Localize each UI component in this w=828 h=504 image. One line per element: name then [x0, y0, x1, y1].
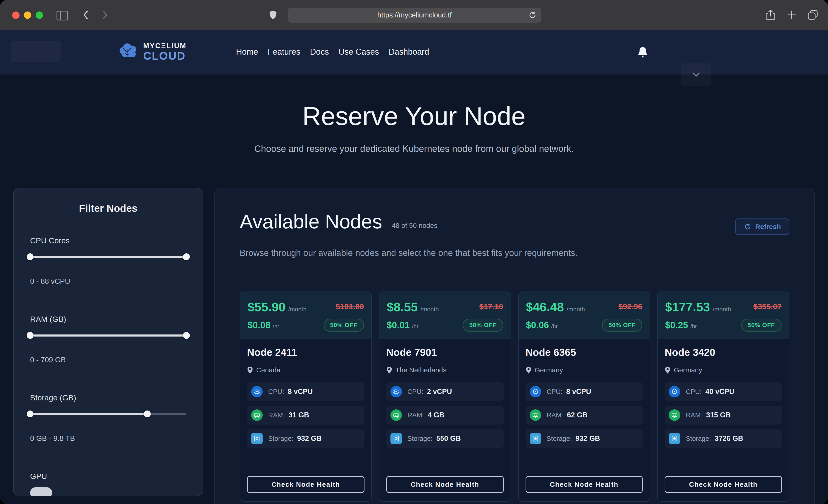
slider-handle-min[interactable]: [27, 253, 34, 260]
spec-list: CPU: 2 vCPU RAM: 4 GB Storage: 550 GB: [386, 382, 504, 453]
nav-link-dashboard[interactable]: Dashboard: [388, 47, 429, 57]
shield-icon[interactable]: [266, 0, 280, 30]
refresh-icon: [744, 223, 751, 230]
spec-row-storage: Storage: 3726 GB: [665, 429, 782, 448]
check-node-health-button[interactable]: Check Node Health: [665, 476, 782, 493]
ram-label: RAM:: [408, 411, 424, 419]
user-menu-chevron[interactable]: [681, 63, 711, 86]
slider-handle-min[interactable]: [27, 332, 34, 339]
gpu-toggle[interactable]: [30, 487, 52, 496]
address-bar[interactable]: https://myceliumcloud.tf: [288, 8, 541, 23]
brand-name-top: MYCΞLIUM: [143, 42, 187, 49]
node-card: $55.90 /month $101.80 $0.08 /hr 50% OFF …: [240, 292, 372, 502]
filter-label: CPU Cores: [30, 236, 187, 245]
nav-link-home[interactable]: Home: [236, 47, 258, 57]
spec-row-cpu: CPU: 8 vCPU: [526, 382, 643, 401]
old-price: $17.10: [480, 302, 503, 311]
location-pin-icon: [247, 366, 253, 374]
brand-logo[interactable]: MYCΞLIUM CLOUD: [116, 30, 187, 74]
browser-window: https://myceliumcloud.tf: [0, 0, 828, 504]
spec-row-ram: RAM: 4 GB: [386, 406, 504, 424]
check-node-health-button[interactable]: Check Node Health: [526, 476, 643, 493]
slider-handle-max[interactable]: [144, 411, 151, 417]
slider-handle-max[interactable]: [183, 332, 190, 339]
nodes-count: 48 of 50 nodes: [392, 222, 438, 229]
spec-row-cpu: CPU: 8 vCPU: [247, 382, 365, 401]
notifications-bell-icon[interactable]: [637, 46, 649, 59]
node-name: Node 2411: [247, 347, 365, 358]
minimize-window-button[interactable]: [24, 11, 31, 19]
storage-icon: [390, 433, 402, 444]
nav-link-use-cases[interactable]: Use Cases: [338, 47, 379, 57]
check-node-health-button[interactable]: Check Node Health: [386, 476, 504, 493]
filter-panel-title: Filter Nodes: [30, 202, 187, 214]
location-text: The Netherlands: [396, 366, 447, 374]
cpu-label: CPU:: [547, 388, 563, 395]
close-window-button[interactable]: [12, 11, 19, 19]
spec-list: CPU: 40 vCPU RAM: 315 GB Storage: 3726 G…: [665, 382, 782, 453]
range-slider[interactable]: [30, 253, 187, 260]
reload-icon[interactable]: [528, 11, 537, 19]
card-body: Node 2411 Canada CPU: 8 vCPU: [240, 339, 371, 501]
cpu-label: CPU:: [686, 388, 702, 395]
new-tab-icon[interactable]: [784, 0, 799, 30]
price-per-hour: $0.06: [526, 320, 549, 330]
available-nodes-panel: Available Nodes 48 of 50 nodes Refresh B…: [214, 188, 815, 504]
cpu-value: 40 vCPU: [705, 387, 735, 396]
check-node-health-button[interactable]: Check Node Health: [247, 476, 365, 493]
filter-section: CPU Cores 0 - 88 vCPU: [30, 236, 187, 286]
filter-range-text: 0 GB - 9.8 TB: [30, 434, 187, 443]
spec-row-storage: Storage: 932 GB: [526, 429, 643, 448]
cpu-icon: [669, 386, 680, 397]
node-location: Canada: [247, 366, 365, 374]
discount-badge: 50% OFF: [324, 319, 364, 332]
gpu-filter-label: GPU: [30, 472, 187, 481]
ram-icon: [669, 409, 680, 421]
nav-links: HomeFeaturesDocsUse CasesDashboard: [236, 30, 429, 74]
node-name: Node 3420: [665, 347, 782, 358]
card-body: Node 7901 The Netherlands CPU: 2 vCPU: [379, 339, 511, 501]
node-card: $46.48 /month $92.96 $0.06 /hr 50% OFF N…: [518, 292, 650, 502]
nav-link-docs[interactable]: Docs: [310, 47, 329, 57]
brand-name-bottom: CLOUD: [143, 50, 187, 61]
spec-row-cpu: CPU: 40 vCPU: [665, 382, 782, 401]
refresh-button[interactable]: Refresh: [735, 218, 789, 235]
ram-icon: [251, 409, 263, 421]
ram-icon: [530, 409, 541, 421]
range-slider[interactable]: [30, 332, 187, 339]
nav-link-features[interactable]: Features: [268, 47, 300, 57]
discount-badge: 50% OFF: [463, 319, 503, 332]
node-card: $177.53 /month $355.07 $0.25 /hr 50% OFF…: [657, 292, 789, 502]
location-pin-icon: [665, 366, 671, 374]
maximize-window-button[interactable]: [36, 11, 43, 19]
cpu-icon: [390, 386, 402, 397]
spec-row-ram: RAM: 31 GB: [247, 406, 365, 424]
share-icon[interactable]: [763, 0, 778, 30]
storage-label: Storage:: [686, 435, 711, 443]
tab-overview-icon[interactable]: [805, 0, 820, 30]
range-slider[interactable]: [30, 411, 187, 417]
slider-active-track: [30, 256, 187, 258]
card-body: Node 3420 Germany CPU: 40 vCPU: [658, 339, 789, 501]
storage-icon: [669, 433, 680, 444]
card-pricing-header: $55.90 /month $101.80 $0.08 /hr 50% OFF: [240, 292, 371, 339]
card-body: Node 6365 Germany CPU: 8 vCPU: [519, 339, 650, 501]
price-per-month: $8.55: [387, 301, 418, 313]
ram-value: 62 GB: [567, 411, 588, 419]
back-button[interactable]: [80, 0, 91, 30]
ram-value: 31 GB: [289, 411, 309, 419]
spec-list: CPU: 8 vCPU RAM: 31 GB Storage: 932 GB: [247, 382, 365, 453]
per-month-label: /month: [713, 306, 731, 313]
filter-section: Storage (GB) 0 GB - 9.8 TB: [30, 393, 187, 443]
cpu-icon: [530, 386, 541, 397]
slider-handle-min[interactable]: [27, 411, 34, 417]
node-name: Node 6365: [526, 347, 643, 358]
slider-active-track: [30, 413, 147, 415]
node-cards-grid: $55.90 /month $101.80 $0.08 /hr 50% OFF …: [240, 292, 789, 502]
location-text: Germany: [535, 366, 563, 374]
forward-button[interactable]: [99, 0, 111, 30]
sidebar-toggle-icon[interactable]: [56, 11, 68, 20]
price-per-hour: $0.01: [387, 320, 410, 330]
slider-handle-max[interactable]: [183, 253, 190, 260]
old-price: $92.96: [618, 302, 642, 311]
